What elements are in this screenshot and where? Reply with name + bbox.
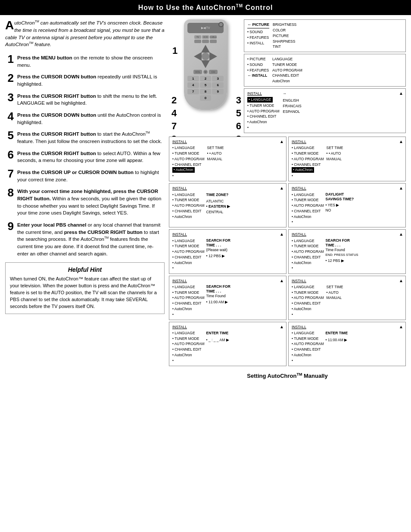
panel-12-content: • LANGUAGE • TUNER MODE • AUTO PROGRAM •… <box>172 330 283 364</box>
panel-3-autochron: • AutoChron <box>247 119 280 125</box>
panel-5-auto: • • AUTO <box>327 151 343 156</box>
panel-7-dot: • <box>292 219 324 225</box>
remote-step-label-1: 1 <box>172 45 177 56</box>
left-column: AutoChronTM can automatically set the TV… <box>5 19 165 381</box>
panel-7-no: NO <box>326 208 354 213</box>
panel-9-autochron: • AutoChron <box>292 260 324 266</box>
panel-13-chedit: • CHANNEL EDIT <box>292 347 324 352</box>
panel-4-auto: • • AUTO <box>207 151 224 156</box>
panel-3-arrow-indicator: ↔ <box>283 91 302 96</box>
panel-6-language: • LANGUAGE <box>172 192 205 198</box>
remote-btn-8: 8 <box>200 89 212 94</box>
panel-10-time: • 11:00 AM ▶ <box>206 299 230 305</box>
panel-13-autochron: • AutoChron <box>292 352 324 358</box>
remote-btn-cable: CABLE <box>210 35 217 39</box>
panel-11-settime: SET TIME <box>327 284 343 290</box>
remote-btn-tv: TV <box>194 35 201 39</box>
remote-btn-5: 5 <box>200 82 212 88</box>
step-9: 9 Enter your local PBS channel or any lo… <box>5 221 165 257</box>
panel-6-chedit: • CHANNEL EDIT <box>172 208 205 214</box>
remote-step-label-3: 3 <box>236 95 241 106</box>
step-8: 8 With your correct time zone highlighte… <box>5 187 165 217</box>
panel-12-dot: • <box>172 358 205 364</box>
panel-8-chedit: • CHANNEL EDIT <box>172 255 205 260</box>
screen-panel-2: • PICTURE • SOUND • FEATURES ↔ INSTALL L… <box>244 54 406 87</box>
remote-btn-2: 2 <box>200 76 212 81</box>
panel-6-timezone-label: TIME ZONE? <box>206 192 230 198</box>
panel-8-right: SEARCH FORTIME . . .(Please wait) • 12 P… <box>206 238 230 271</box>
remote-small-btns-row2 <box>187 40 224 43</box>
header-title2: Control <box>243 4 273 11</box>
panel-5-tuner: • TUNER MODE <box>292 151 324 156</box>
step-3-text: Press the CURSOR RIGHT button to shift t… <box>17 92 165 107</box>
remote-btn-vcr: VCR <box>202 35 209 39</box>
step-8-text: With your correct time zone highlighted,… <box>17 187 165 217</box>
panel-1-tint: TINT <box>273 44 296 50</box>
screen-panel-8: ▲ INSTALL • LANGUAGE • TUNER MODE • AUTO… <box>169 229 286 274</box>
panel-1-sharpness: SHARPNESS <box>273 39 296 44</box>
panel-1-picture: PICTURE <box>273 33 296 39</box>
panel-7-right: DAYLIGHTSAVINGS TIME? • YES ▶ NO <box>326 192 354 225</box>
step-3-number: 3 <box>5 92 14 103</box>
screen-panel-12: ▲ INSTALL • LANGUAGE • TUNER MODE • AUTO… <box>169 322 286 366</box>
step-7: 7 Press the CURSOR UP or CURSOR DOWN but… <box>5 168 165 183</box>
panel-2-right: LANGUAGE TUNER MODE AUTO PROGRAM CHANNEL… <box>272 56 302 84</box>
panel-10-dot: • <box>172 312 205 317</box>
panel-12-time-blank: • _ : _ _ AM ▶ <box>206 337 229 343</box>
panel-6-autoprog: • AUTO PROGRAM <box>172 203 205 208</box>
screen-panel-6: ▲ INSTALL • LANGUAGE • TUNER MODE • AUTO… <box>169 183 286 227</box>
step-1-text: Press the MENU button on the remote to s… <box>17 53 165 68</box>
panel-10-right: SEARCH FORTIME . . .Time Found • 11:00 A… <box>206 284 230 317</box>
panel-4-autochron-highlighted: • AutoChron <box>172 167 195 173</box>
drop-cap-A: A <box>5 21 14 30</box>
panel-1-color: COLOR <box>273 28 296 33</box>
panel-13-enter-label: ENTER TIME <box>326 330 348 336</box>
panel-9-language: • LANGUAGE <box>292 238 324 244</box>
step-8-number: 8 <box>5 187 14 198</box>
panel-5-content: • LANGUAGE • TUNER MODE • AUTO PROGRAM •… <box>292 145 402 179</box>
panel-7-up-arrow: ▲ <box>399 185 403 192</box>
panel-5-title: INSTALL <box>292 139 402 145</box>
step-9-number: 9 <box>5 221 14 232</box>
panel-1-menu: ↔ PICTURE • SOUND • FEATURES • INSTALL <box>247 22 269 50</box>
panel-6-menu: • LANGUAGE • TUNER MODE • AUTO PROGRAM •… <box>172 192 205 220</box>
screen-panel-1: ↔ PICTURE • SOUND • FEATURES • INSTALL B… <box>244 19 406 52</box>
panel-1-item-sound: • SOUND <box>247 29 269 35</box>
panel-11-up-arrow: ▲ <box>399 277 403 284</box>
panel-7-autochron: • AutoChron <box>292 214 324 220</box>
remote-step-label-2: 2 <box>171 95 177 106</box>
hint-title: Helpful Hint <box>10 266 160 273</box>
remote-btn-9: 9 <box>212 89 224 94</box>
panel-6-title: INSTALL <box>172 186 283 191</box>
remote-nav-area <box>187 45 224 68</box>
remote-nav-center <box>202 53 209 60</box>
panel-8-content: • LANGUAGE • TUNER MODE • AUTO PROGRAM •… <box>172 238 283 271</box>
remote-step-label-7: 7 <box>171 121 177 132</box>
panel-9-dot: • <box>292 265 324 271</box>
hint-text: When turned ON, the AutoChron™ feature c… <box>10 276 160 310</box>
panel-11-chedit: • CHANNEL EDIT <box>292 301 324 306</box>
panel-2-install-selected: ↔ INSTALL <box>247 73 269 78</box>
page-header: How to Use the AutoChronTM Control <box>0 0 411 15</box>
panel-11-content: • LANGUAGE • TUNER MODE • AUTO PROGRAM •… <box>292 284 402 317</box>
step-3: 3 Press the CURSOR RIGHT button to shift… <box>5 92 165 107</box>
panel-4-autoprog: • AUTO PROGRAM <box>172 156 205 162</box>
panel-5-menu: • LANGUAGE • TUNER MODE • AUTO PROGRAM •… <box>292 145 324 179</box>
intro-text: utoChronTM can automatically set the TV'… <box>5 20 165 47</box>
remote-graphic: 1 2 4 7 3 5 6 8 9 9 ▶◀ TV <box>169 19 242 133</box>
remote-btn-b2 <box>202 40 209 43</box>
step-1: 1 Press the MENU button on the remote to… <box>5 53 165 68</box>
screen-panel-4: ▲ INSTALL • LANGUAGE • TUNER MODE • AUTO… <box>169 137 286 181</box>
panel-10-menu: • LANGUAGE • TUNER MODE • AUTO PROGRAM •… <box>172 284 205 317</box>
panel-6-central: CENTRAL <box>206 209 230 215</box>
panel-8-title: INSTALL <box>172 232 283 237</box>
panel-4-up-arrow: ▲ <box>280 138 284 145</box>
panel-10-autoprog: • AUTO PROGRAM <box>172 295 205 301</box>
step-7-number: 7 <box>5 168 14 179</box>
panel-5-autochron-highlighted: • AutoChron <box>292 167 314 173</box>
panel-11-menu: • LANGUAGE • TUNER MODE • AUTO PROGRAM •… <box>292 284 324 317</box>
panel-9-chedit: • CHANNEL EDIT <box>292 255 324 260</box>
step-2-text: Press the CURSOR DOWN button repeatedly … <box>17 72 165 87</box>
panel-5-settime: SET TIME <box>327 145 343 151</box>
panel-5-dot: • <box>292 173 324 179</box>
